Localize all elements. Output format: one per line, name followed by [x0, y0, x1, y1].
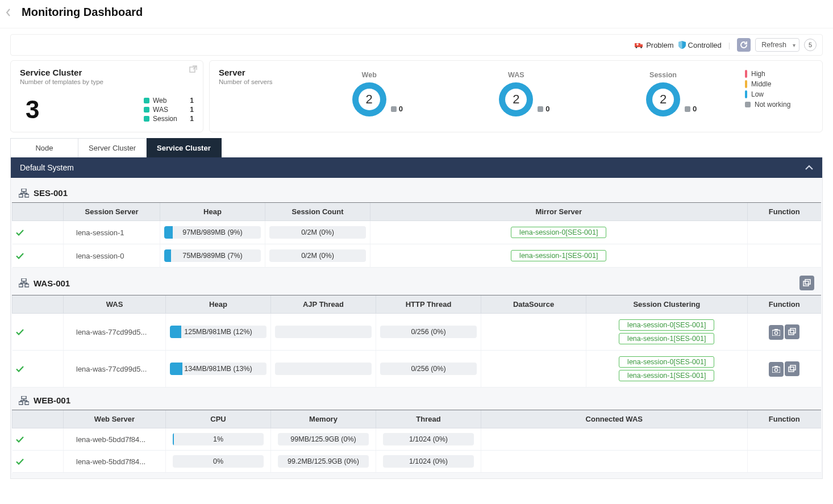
progress-bar: 75MB/989MB (7%) — [164, 249, 261, 262]
collapse-button[interactable] — [805, 165, 813, 170]
card-subtitle: Number of servers — [219, 78, 304, 85]
refresh-interval-select[interactable]: Refresh — [755, 38, 799, 52]
col-http: HTTP Thread — [376, 295, 481, 314]
mirror-server-chip[interactable]: lena-session-1[SES-001] — [511, 250, 606, 261]
card-title: Server — [219, 68, 304, 77]
cluster-icon — [19, 396, 29, 405]
server-name[interactable]: lena-session-1 — [64, 221, 160, 244]
session-cluster-chip[interactable]: lena-session-1[SES-001] — [619, 370, 714, 381]
level-middle-icon — [745, 80, 747, 88]
col-status — [13, 410, 64, 428]
level-low-icon — [745, 90, 747, 98]
server-name[interactable]: lena-web-5bdd7f84... — [64, 451, 166, 473]
progress-text — [275, 326, 372, 338]
multi-window-button[interactable] — [799, 276, 814, 290]
problem-label: Problem — [646, 41, 673, 49]
progress-bar: 0/2M (0%) — [269, 249, 366, 262]
server-name[interactable]: lena-session-0 — [64, 244, 160, 268]
tab-server-cluster[interactable]: Server Cluster — [78, 138, 147, 157]
svg-rect-10 — [22, 278, 26, 281]
status-ok-icon — [16, 253, 60, 259]
svg-point-16 — [775, 331, 778, 334]
col-session-server: Session Server — [64, 203, 160, 221]
svg-point-21 — [775, 368, 778, 371]
svg-rect-8 — [19, 194, 23, 197]
progress-text: 99MB/125.9GB (0%) — [278, 433, 369, 445]
level-notworking-icon — [745, 102, 751, 107]
progress-bar: 125MB/981MB (12%) — [170, 326, 266, 338]
shield-icon — [678, 41, 686, 49]
tab-service-cluster[interactable]: Service Cluster — [147, 138, 222, 157]
status-ok-icon — [16, 436, 60, 443]
snapshot-button[interactable] — [769, 325, 784, 340]
system-panel-header[interactable]: Default System — [11, 157, 822, 178]
was-table: WAS Heap AJP Thread HTTP Thread DataSour… — [12, 295, 821, 388]
section-header-was: WAS-001 — [11, 268, 822, 295]
svg-rect-20 — [772, 367, 780, 373]
table-row: lena-was-77cd99d5... 125MB/981MB (12%) 0… — [13, 314, 822, 351]
notworking-indicator: 0 — [685, 105, 697, 113]
server-donut: WAS 2 0 — [499, 71, 549, 116]
popout-button[interactable] — [189, 65, 197, 73]
tab-node[interactable]: Node — [10, 138, 78, 157]
col-function: Function — [747, 203, 821, 221]
legend-label: WAS — [153, 106, 182, 114]
server-name[interactable]: lena-was-77cd99d5... — [64, 314, 166, 351]
progress-bar: 1/1024 (0%) — [383, 455, 474, 468]
refresh-interval-label: Refresh — [761, 41, 786, 49]
legend-label: Not working — [755, 101, 790, 109]
progress-text: 0/2M (0%) — [269, 249, 366, 262]
svg-rect-7 — [22, 189, 26, 191]
svg-rect-25 — [22, 396, 26, 399]
col-status — [13, 203, 64, 221]
server-card: Server Number of servers Web 2 0 WAS 2 0 — [209, 60, 823, 132]
mirror-server-chip[interactable]: lena-session-0[SES-001] — [511, 227, 606, 238]
notworking-indicator: 0 — [538, 105, 549, 113]
controlled-indicator[interactable]: Controlled — [678, 41, 722, 49]
legend-label: Low — [751, 90, 764, 98]
svg-rect-14 — [805, 280, 810, 284]
session-cluster-chip[interactable]: lena-session-1[SES-001] — [619, 333, 714, 344]
svg-rect-19 — [790, 328, 795, 333]
progress-bar: 99MB/125.9GB (0%) — [278, 433, 369, 445]
cluster-icon — [19, 189, 29, 198]
donut-chart: 2 — [646, 82, 680, 116]
open-window-button[interactable] — [785, 361, 799, 376]
refresh-now-button[interactable] — [737, 38, 751, 52]
section-header-web: WEB-001 — [11, 388, 822, 410]
col-session-count: Session Count — [265, 203, 370, 221]
progress-bar: 0/256 (0%) — [380, 326, 477, 338]
table-row: lena-web-5bdd7f84... 0% 99.2MB/125.9GB (… — [13, 451, 822, 473]
session-cluster-chip[interactable]: lena-session-0[SES-001] — [619, 356, 714, 368]
progress-text: 97MB/989MB (9%) — [164, 226, 261, 239]
back-button[interactable] — [3, 7, 14, 18]
separator: | — [728, 41, 730, 49]
legend-count: 1 — [186, 106, 194, 114]
notworking-count: 0 — [545, 105, 549, 113]
server-name[interactable]: lena-web-5bdd7f84... — [64, 428, 166, 451]
progress-text: 125MB/981MB (12%) — [170, 326, 266, 338]
cluster-tabs: Node Server Cluster Service Cluster — [10, 138, 823, 157]
legend-label: Session — [153, 115, 182, 123]
col-status — [13, 295, 64, 314]
snapshot-button[interactable] — [769, 362, 784, 377]
progress-bar: 1/1024 (0%) — [383, 433, 474, 445]
level-high-icon — [745, 70, 747, 78]
controlled-label: Controlled — [688, 41, 722, 49]
server-name[interactable]: lena-was-77cd99d5... — [64, 351, 166, 388]
col-web-server: Web Server — [64, 410, 166, 428]
col-was: WAS — [64, 295, 166, 314]
open-window-button[interactable] — [785, 324, 799, 339]
problem-indicator[interactable]: Problem — [635, 41, 673, 49]
reload-icon — [740, 41, 748, 49]
legend-dot-icon — [144, 116, 149, 122]
progress-text: 0/256 (0%) — [380, 326, 477, 338]
section-name: SES-001 — [34, 188, 68, 198]
table-row: lena-web-5bdd7f84... 1% 99MB/125.9GB (0%… — [13, 428, 822, 451]
ambulance-icon — [635, 41, 644, 48]
session-cluster-chip[interactable]: lena-session-0[SES-001] — [619, 319, 714, 331]
svg-rect-11 — [19, 284, 23, 287]
progress-text: 1/1024 (0%) — [383, 433, 474, 445]
col-datasource: DataSource — [481, 295, 586, 314]
system-panel: Default System SES-001 Session Server He… — [10, 157, 823, 479]
